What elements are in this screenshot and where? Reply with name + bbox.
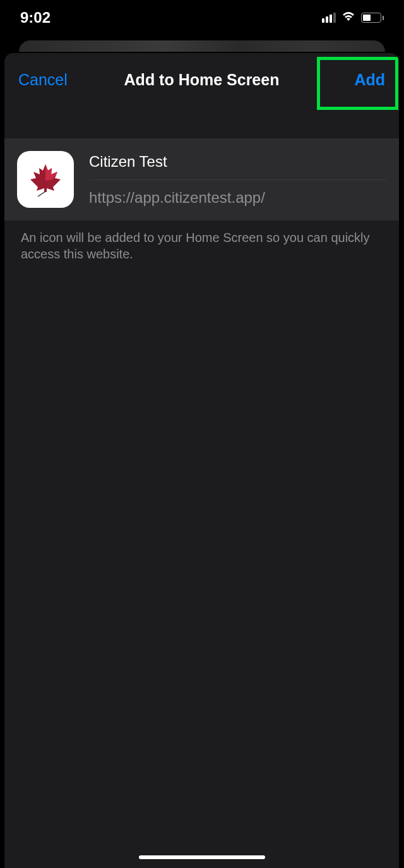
add-to-homescreen-sheet: Cancel Add to Home Screen Add https://ap… [4,53,399,868]
sheet-header: Cancel Add to Home Screen Add [4,53,399,114]
svg-line-0 [38,191,45,196]
website-info-row: https://app.citizentest.app/ [4,138,399,220]
cellular-signal-icon [322,13,336,23]
app-url-text: https://app.citizentest.app/ [89,180,386,207]
maple-leaf-icon [28,162,63,197]
sheet-title: Add to Home Screen [124,71,280,89]
wifi-icon [341,10,356,25]
battery-icon [361,13,384,23]
status-bar: 9:02 [0,0,404,35]
add-button[interactable]: Add [354,71,385,89]
status-time: 9:02 [20,9,50,27]
cancel-button[interactable]: Cancel [18,71,68,89]
status-icons [322,10,384,25]
home-indicator[interactable] [139,855,265,859]
app-icon [17,151,74,208]
background-tab-peek [19,40,385,52]
help-text: An icon will be added to your Home Scree… [4,220,399,271]
app-name-input[interactable] [89,153,386,179]
form-fields: https://app.citizentest.app/ [89,153,386,207]
